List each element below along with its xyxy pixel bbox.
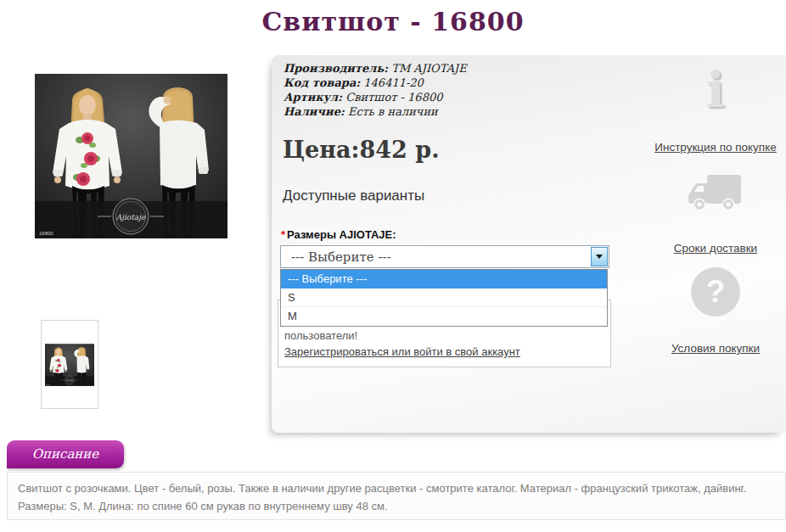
variants-heading: Доступные варианты	[283, 188, 424, 204]
truck-icon	[645, 172, 786, 215]
size-option-s[interactable]: S	[281, 288, 607, 307]
info-icon: i	[645, 64, 786, 116]
delivery-terms-link[interactable]: Сроки доставки	[645, 242, 786, 255]
detail-availability: Наличие: Есть в наличии	[284, 104, 467, 119]
login-notice-text: пользователи!	[284, 329, 610, 342]
required-mark: *	[281, 228, 285, 241]
description-text: Свитшот с розочками. Цвет - белый, розы.…	[18, 479, 775, 515]
product-price: Цена:842 р.	[283, 137, 440, 163]
page-title: Свитшот - 16800	[0, 7, 786, 36]
login-register-link[interactable]: Зарегистрироваться или войти в свой акка…	[284, 345, 520, 358]
product-thumbnail[interactable]	[41, 320, 98, 409]
size-option-label: *Размеры AJIOTAJE:	[281, 228, 396, 241]
product-details: Производитель: ТМ AJIOTAJE Код товара: 1…	[284, 61, 467, 119]
question-icon: ?	[645, 267, 786, 316]
product-page: Свитшот - 16800 Производитель: ТМ AJIOTA…	[0, 0, 786, 532]
product-photo-main[interactable]	[35, 74, 227, 238]
detail-sku: Артикул: Свитшот - 16800	[284, 90, 467, 104]
detail-product-code: Код товара: 146411-20	[284, 76, 467, 90]
size-select[interactable]: --- Выберите ---	[280, 245, 609, 268]
help-links-column: i Инструкция по покупке Сроки доставки ?…	[645, 55, 786, 433]
size-dropdown-list: --- Выберите --- S M	[280, 269, 608, 327]
chevron-down-icon	[596, 255, 603, 259]
size-option-m[interactable]: M	[281, 307, 607, 326]
dropdown-arrow-button[interactable]	[591, 247, 608, 266]
purchase-conditions-link[interactable]: Условия покупки	[645, 342, 786, 355]
detail-manufacturer: Производитель: ТМ AJIOTAJE	[284, 61, 467, 76]
tab-model-description[interactable]: Описание модели	[7, 440, 124, 468]
product-info-panel: Производитель: ТМ AJIOTAJE Код товара: 1…	[272, 55, 786, 433]
size-option-default[interactable]: --- Выберите ---	[281, 270, 607, 288]
description-panel: Свитшот с розочками. Цвет - белый, розы.…	[7, 472, 786, 520]
purchase-instruction-link[interactable]: Инструкция по покупке	[645, 141, 786, 154]
size-select-value: --- Выберите ---	[291, 249, 391, 265]
